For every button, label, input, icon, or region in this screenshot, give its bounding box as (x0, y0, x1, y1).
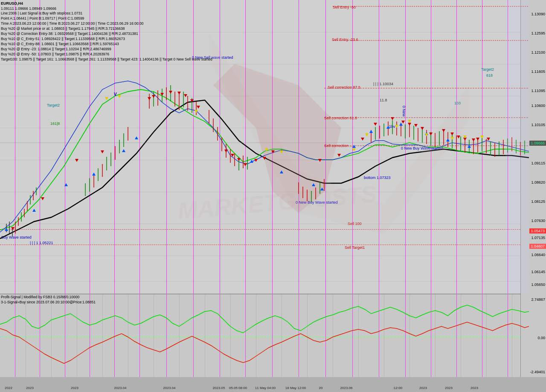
svg-marker-150 (476, 138, 479, 141)
price-15: 1.06145 (531, 270, 545, 274)
time-label-7: 11 May 04:00 (255, 386, 276, 390)
main-chart: MARKETGHOSTS (0, 0, 529, 294)
time-label-11: :12:00 (393, 386, 402, 390)
price-16: 1.05650 (531, 282, 545, 287)
price-11: 1.08125 (531, 199, 545, 204)
svg-marker-144 (429, 133, 433, 135)
special-price-1: 1.05473 (529, 228, 546, 233)
svg-marker-124 (177, 92, 181, 95)
chart-title: EURUSD,H4 (1, 1, 212, 6)
price-7: 1.10105 (531, 123, 545, 127)
svg-marker-143 (421, 127, 424, 130)
info-line-8: Buy %20 @ Entry -50: 1.07803 || Target:1… (1, 52, 212, 57)
price-14: 1.06640 (531, 253, 545, 257)
svg-marker-100 (32, 209, 36, 212)
time-label-2: 2023 (71, 386, 78, 390)
special-price-2: 1.04607 (529, 244, 546, 249)
info-box: EURUSD,H4 1.09111 1.09666 1.08949 1.0966… (1, 1, 212, 62)
time-label-9: 20 (319, 386, 323, 390)
price-13: 1.07135 (531, 236, 545, 240)
svg-marker-130 (237, 158, 241, 161)
svg-marker-127 (197, 106, 200, 109)
svg-marker-109 (352, 145, 356, 148)
price-12: 1.07630 (531, 219, 545, 223)
svg-marker-131 (244, 163, 247, 166)
time-label-14: 2023 (470, 386, 478, 390)
svg-marker-136 (337, 154, 341, 157)
price-1: 1.13090 (531, 12, 545, 16)
time-label-10: 2023.06 (340, 386, 353, 390)
ind-price-1: 2.74867 (531, 297, 545, 302)
svg-marker-103 (122, 149, 125, 152)
indicator-chart (0, 294, 529, 377)
price-9: 1.09115 (531, 161, 545, 165)
info-line-0: Line:2306 | Last Signal is:Buy with stop… (1, 11, 212, 16)
time-label-4: 2023.04 (163, 386, 176, 390)
chart-container: MARKETGHOSTS (0, 0, 546, 392)
price-6: 1.10600 (531, 104, 545, 108)
svg-marker-121 (152, 95, 155, 98)
info-line-3: Buy %20 @ Market price or at: 1.08803 ||… (1, 26, 212, 32)
price-5: 1.11095 (531, 89, 545, 93)
svg-marker-119 (101, 150, 104, 153)
svg-marker-142 (414, 124, 418, 127)
svg-marker-117 (41, 197, 44, 200)
svg-marker-115 (468, 145, 471, 148)
svg-text:V: V (114, 92, 117, 97)
chart-subtitle: 1.09111 1.09666 1.08949 1.09666 (1, 6, 212, 12)
svg-marker-152 (105, 97, 108, 100)
indicator-svg (0, 294, 529, 377)
svg-marker-149 (472, 138, 475, 141)
svg-marker-111 (386, 126, 390, 129)
time-label-8: 18 May 12:00 (285, 386, 306, 390)
svg-marker-153 (118, 95, 121, 98)
info-line-7: Buy %20 @ Entry -23: 1.08814 || Target:1… (1, 47, 212, 52)
info-line-2: Time A:2023.06.23 12:00:00 | Time B:2023… (1, 21, 212, 26)
time-label-12: 2023 (419, 386, 427, 390)
svg-marker-147 (457, 135, 460, 138)
svg-marker-141 (408, 123, 411, 126)
info-line-6: Buy %10 @ C_Entry-88: 1.08601 || Target:… (1, 42, 212, 47)
svg-rect-166 (505, 0, 529, 294)
svg-marker-128 (224, 150, 228, 153)
svg-marker-102 (92, 173, 96, 176)
svg-marker-160 (408, 120, 411, 123)
info-line-5: Buy %10 @ C_Entry-51: 1.08928422 || Targ… (1, 37, 212, 42)
current-price-box: 1.09666 (529, 141, 546, 146)
svg-marker-138 (374, 123, 377, 126)
price-3: 1.12100 (531, 50, 545, 55)
time-label-1: 2023 (26, 386, 34, 390)
info-line-4: Buy %20 @ Correction Entry-38: 1.0932956… (1, 32, 212, 37)
svg-marker-159 (395, 125, 398, 128)
time-label-5: 2023.05 (213, 386, 225, 390)
svg-marker-110 (369, 130, 373, 133)
info-line-9: Target100: 1.09875 || Target 161: 1.1066… (1, 57, 212, 62)
svg-marker-151 (487, 138, 490, 141)
svg-marker-116 (11, 227, 15, 230)
time-label-3: 2023.04 (114, 386, 127, 390)
time-label-0: 2022 (5, 386, 12, 390)
indicator-info: Profit-Signal | Modified by FSB3 0.15/88… (1, 295, 96, 305)
price-10: 1.08620 (531, 180, 545, 184)
time-label-6: 05.05 08:00 (229, 386, 247, 390)
svg-marker-140 (401, 121, 405, 124)
time-axis: 2022 2023 2023 2023.04 2023.04 2023.05 0… (0, 377, 546, 392)
ind-price-3: -2.49401 (530, 370, 545, 374)
svg-marker-118 (75, 159, 78, 162)
svg-marker-112 (399, 123, 403, 126)
svg-marker-158 (365, 133, 369, 136)
svg-marker-164 (480, 135, 484, 138)
svg-marker-1 (213, 64, 341, 213)
ind-info-1: 3-1-Signal=Buy since 2023.07.06 20:10:00… (1, 300, 96, 305)
svg-marker-123 (169, 91, 172, 94)
svg-marker-154 (195, 110, 198, 113)
svg-marker-139 (391, 117, 394, 120)
svg-marker-104 (135, 136, 138, 139)
ind-price-2: 0.00 (537, 336, 545, 340)
info-line-1: Point A:1.08441 | Point B:1.09717 | Poin… (1, 16, 212, 21)
svg-marker-120 (148, 97, 151, 100)
svg-marker-125 (184, 94, 187, 97)
svg-marker-101 (64, 183, 68, 186)
price-2: 1.12595 (531, 31, 545, 35)
svg-marker-137 (361, 138, 364, 141)
